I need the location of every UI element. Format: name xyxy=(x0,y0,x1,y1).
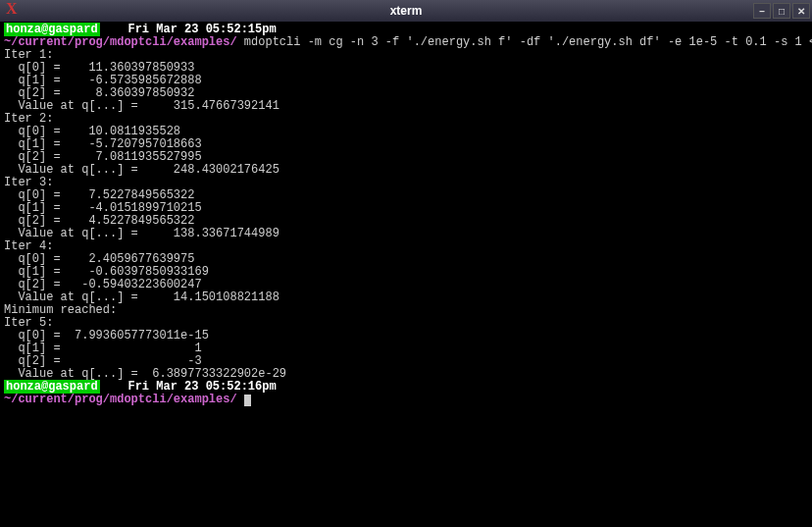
iter1-val: Value at q[...] = 315.47667392141 xyxy=(4,99,279,113)
close-button[interactable]: ✕ xyxy=(792,3,810,19)
xterm-app-icon xyxy=(4,2,22,20)
maximize-button[interactable]: □ xyxy=(773,3,790,19)
iter3-val: Value at q[...] = 138.33671744989 xyxy=(4,227,279,240)
iter5-q2: q[2] = -3 xyxy=(4,354,202,368)
cursor-block-icon xyxy=(244,395,251,406)
prompt-cwd-line-2: ~/current/prog/mdoptcli/examples/ xyxy=(4,393,251,406)
window-controls: – □ ✕ xyxy=(753,3,812,19)
iter3-q0: q[0] = 7.5227849565322 xyxy=(4,188,194,202)
prompt-line-1: honza@gaspard Fri Mar 23 05:52:15pm xyxy=(4,23,277,36)
min-reached: Minimum reached: xyxy=(4,303,117,317)
prompt-cwd: ~/current/prog/mdoptcli/examples/ xyxy=(4,35,237,49)
iter4-q0: q[0] = 2.4059677639975 xyxy=(4,252,194,266)
titlebar[interactable]: xterm – □ ✕ xyxy=(0,0,812,22)
iter4-q1: q[1] = -0.60397850933169 xyxy=(4,265,209,279)
window-title: xterm xyxy=(390,4,423,18)
iter3-q1: q[1] = -4.0151899710215 xyxy=(4,201,202,215)
iter5-q0: q[0] = 7.9936057773011e-15 xyxy=(4,329,209,343)
prompt-line-2: honza@gaspard Fri Mar 23 05:52:16pm xyxy=(4,380,277,394)
iter3-q2: q[2] = 4.5227849565322 xyxy=(4,214,194,228)
prompt-user-host-2: honza@gaspard xyxy=(4,380,100,394)
command-text: mdoptcli -m cg -n 3 -f './energy.sh f' -… xyxy=(244,35,812,49)
iter5-q1: q[1] = 1 xyxy=(4,342,202,355)
iter3-label: Iter 3: xyxy=(4,176,53,189)
iter1-q1: q[1] = -6.5735985672888 xyxy=(4,74,202,87)
iter1-q0: q[0] = 11.360397850933 xyxy=(4,61,194,75)
prompt-cwd-2: ~/current/prog/mdoptcli/examples/ xyxy=(4,393,237,406)
terminal-area[interactable]: honza@gaspard Fri Mar 23 05:52:15pm ~/cu… xyxy=(0,22,812,527)
prompt-datetime-2: Fri Mar 23 05:52:16pm xyxy=(127,380,276,394)
iter4-label: Iter 4: xyxy=(4,239,53,253)
iter1-q2: q[2] = 8.360397850932 xyxy=(4,86,194,100)
iter4-val: Value at q[...] = 14.150108821188 xyxy=(4,290,279,304)
prompt-cwd-line: ~/current/prog/mdoptcli/examples/ mdoptc… xyxy=(4,35,812,49)
iter2-val: Value at q[...] = 248.43002176425 xyxy=(4,163,279,177)
iter1-label: Iter 1: xyxy=(4,48,53,62)
iter2-q2: q[2] = 7.0811935527995 xyxy=(4,150,202,164)
prompt-datetime: Fri Mar 23 05:52:15pm xyxy=(127,23,276,36)
minimize-button[interactable]: – xyxy=(753,3,771,19)
iter5-val: Value at q[...] = 6.3897733322902e-29 xyxy=(4,367,286,381)
iter2-q0: q[0] = 10.0811935528 xyxy=(4,125,180,138)
iter2-q1: q[1] = -5.7207957018663 xyxy=(4,137,202,151)
iter5-label: Iter 5: xyxy=(4,316,53,330)
iter4-q2: q[2] = -0.59403223600247 xyxy=(4,278,202,291)
iter2-label: Iter 2: xyxy=(4,112,53,126)
prompt-user-host: honza@gaspard xyxy=(4,23,100,36)
xterm-window: xterm – □ ✕ honza@gaspard Fri Mar 23 05:… xyxy=(0,0,812,527)
